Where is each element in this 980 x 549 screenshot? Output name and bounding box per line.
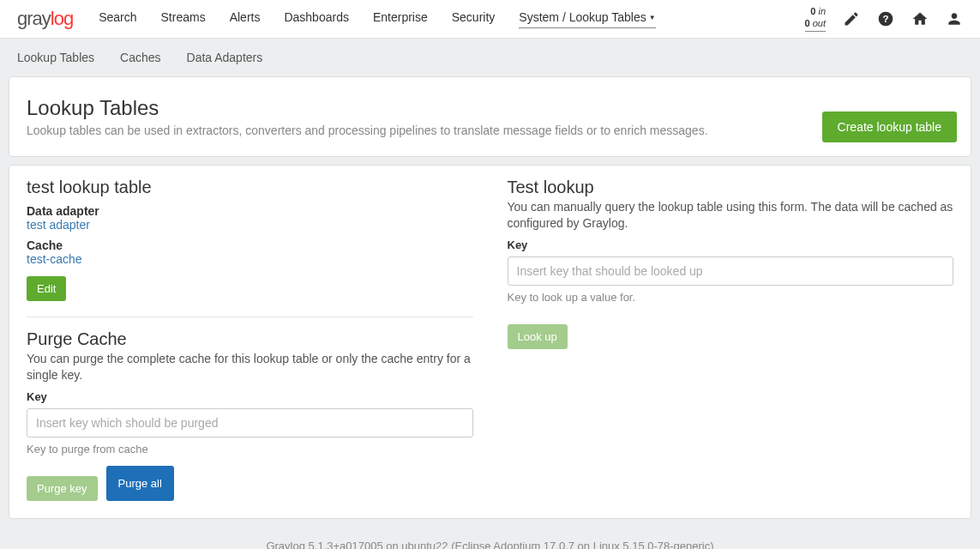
- test-lookup-description: You can manually query the lookup table …: [508, 199, 954, 232]
- logo-part2: log: [51, 8, 73, 29]
- purge-key-input[interactable]: [27, 408, 473, 437]
- footer-version: Graylog 5.1.3+a017005 on ubuntu22 (Eclip…: [0, 540, 980, 549]
- page-header: Lookup Tables Lookup tables can be used …: [9, 76, 971, 157]
- cache-label: Cache: [27, 238, 473, 252]
- page-title: Lookup Tables: [27, 96, 953, 120]
- test-key-hint: Key to look up a value for.: [508, 291, 954, 304]
- subnav-lookup-tables[interactable]: Lookup Tables: [17, 51, 94, 64]
- scratchpad-icon[interactable]: [843, 10, 860, 27]
- purge-all-button[interactable]: Purge all: [106, 466, 174, 501]
- lookup-button[interactable]: Look up: [508, 324, 568, 349]
- test-lookup-title: Test lookup: [508, 178, 954, 197]
- purge-title: Purge Cache: [27, 329, 473, 349]
- purge-key-hint: Key to purge from cache: [27, 443, 473, 455]
- nav-search[interactable]: Search: [99, 10, 136, 28]
- purge-description: You can purge the complete cache for thi…: [27, 351, 473, 383]
- nav-alerts[interactable]: Alerts: [230, 10, 261, 28]
- purge-key-label: Key: [27, 390, 473, 403]
- home-icon[interactable]: [911, 10, 929, 27]
- subnav-data-adapters[interactable]: Data Adapters: [187, 51, 263, 64]
- nav-enterprise[interactable]: Enterprise: [373, 10, 428, 28]
- logo[interactable]: graylog: [17, 8, 73, 30]
- nav-streams[interactable]: Streams: [161, 10, 206, 28]
- nav-security[interactable]: Security: [452, 10, 496, 28]
- nav-system[interactable]: System / Lookup Tables▼: [519, 10, 655, 28]
- chevron-down-icon: ▼: [649, 14, 656, 21]
- throughput-stats: 0 in 0 out: [805, 6, 826, 31]
- test-key-input[interactable]: [508, 256, 954, 286]
- nav-system-label: System / Lookup Tables: [519, 10, 646, 24]
- user-icon[interactable]: [946, 10, 963, 27]
- data-adapter-link[interactable]: test adapter: [27, 218, 473, 232]
- purge-key-button[interactable]: Purge key: [27, 476, 98, 501]
- create-lookup-table-button[interactable]: Create lookup table: [822, 112, 957, 142]
- svg-text:?: ?: [882, 13, 888, 24]
- test-key-label: Key: [508, 238, 954, 251]
- divider: [27, 317, 473, 317]
- lookup-table-name: test lookup table: [27, 178, 473, 197]
- subnav-caches[interactable]: Caches: [120, 51, 160, 64]
- help-icon[interactable]: ?: [877, 10, 894, 27]
- cache-link[interactable]: test-cache: [27, 252, 473, 266]
- data-adapter-label: Data adapter: [27, 204, 473, 218]
- edit-button[interactable]: Edit: [27, 276, 66, 301]
- nav-dashboards[interactable]: Dashboards: [284, 10, 349, 28]
- logo-part1: gray: [17, 8, 51, 29]
- page-description: Lookup tables can be used in extractors,…: [27, 124, 953, 137]
